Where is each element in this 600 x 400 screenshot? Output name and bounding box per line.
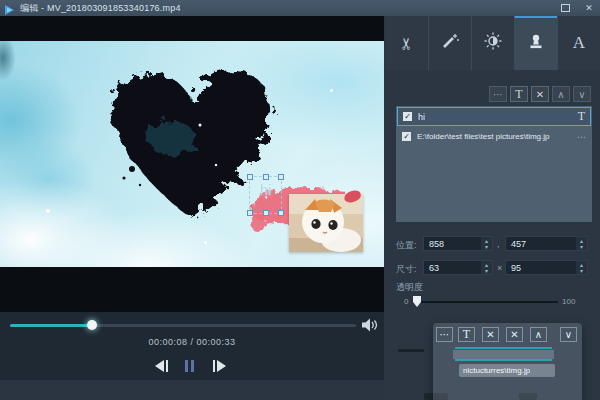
ghost-path-text: nictucturres\timg.jp [459, 366, 530, 375]
maximize-icon [561, 4, 570, 12]
delete-button[interactable]: ✕ [531, 86, 549, 102]
spinner-icon[interactable]: ▴▾ [576, 261, 587, 274]
time-display: 00:00:08 / 00:00:33 [0, 337, 384, 347]
app-window: 编辑 - MV_201803091853340176.mp4 ✕ [0, 0, 600, 400]
size-width-value[interactable]: 63 [424, 263, 481, 273]
volume-icon[interactable] [361, 318, 379, 336]
brightness-icon [483, 31, 503, 55]
ghost-highlight-line [455, 347, 552, 349]
app-logo-icon [4, 2, 16, 14]
position-separator: , [497, 239, 500, 249]
step-forward-icon [217, 360, 226, 372]
opacity-label: 透明度 [396, 281, 423, 294]
selection-handle[interactable] [278, 174, 284, 180]
divider-dash [398, 349, 424, 352]
maximize-button[interactable] [557, 2, 573, 14]
watermark-text[interactable]: hi [250, 181, 281, 198]
stamp-icon [526, 32, 546, 56]
move-up-button[interactable]: ∧ [552, 86, 570, 102]
prev-frame-button[interactable] [155, 360, 168, 372]
tab-trim[interactable]: ✂ [385, 16, 428, 70]
add-text-button[interactable]: T [510, 86, 528, 102]
layer-checkbox[interactable]: ✓ [402, 132, 411, 141]
opacity-slider-track[interactable] [415, 301, 558, 303]
ghost-text-button[interactable]: T [458, 327, 475, 342]
pause-icon [185, 360, 188, 372]
watermark-selection[interactable]: hi [249, 176, 282, 214]
layer-label: hi [418, 112, 425, 122]
pause-button[interactable] [185, 360, 194, 372]
selection-handle[interactable] [263, 174, 269, 180]
tab-watermark[interactable] [514, 16, 557, 70]
move-down-button[interactable]: ∨ [573, 86, 591, 102]
spinner-icon[interactable]: ▴▾ [481, 237, 492, 250]
ghost-delete-button[interactable]: ✕ [482, 327, 499, 342]
browse-icon[interactable]: ⋯ [577, 132, 586, 142]
spinner-icon[interactable]: ▴▾ [481, 261, 492, 274]
ghost-row [453, 350, 554, 359]
step-back-icon [155, 360, 164, 372]
ghost-path-field[interactable]: nictucturres\timg.jp [459, 364, 555, 377]
watercolor-blob [0, 41, 16, 81]
selection-handle[interactable] [278, 210, 284, 216]
layer-row-text[interactable]: ✓ hi T [397, 107, 591, 126]
progress-fill [10, 324, 92, 327]
tab-adjust[interactable] [471, 16, 514, 70]
layer-label: E:\folder\test files\test pictures\timg.… [417, 132, 550, 141]
watermark-layer-list: ✓ hi T ✓ E:\folder\test files\test pictu… [396, 106, 592, 222]
step-back-bar [166, 360, 168, 372]
position-y-value[interactable]: 457 [506, 239, 576, 249]
ghost-up-button[interactable]: ∧ [530, 327, 547, 342]
text-type-icon: T [578, 109, 585, 124]
titlebar[interactable]: 编辑 - MV_201803091853340176.mp4 ✕ [0, 0, 600, 16]
speckle [330, 89, 333, 92]
position-label: 位置: [396, 239, 417, 252]
speckle [46, 209, 50, 213]
tab-effects[interactable] [428, 16, 471, 70]
opacity-max: 100 [562, 297, 575, 306]
scissors-icon: ✂ [397, 36, 416, 49]
opacity-min: 0 [404, 297, 408, 306]
cat-image-overlay[interactable] [289, 194, 363, 252]
position-x-input[interactable]: 858 ▴▾ [423, 236, 493, 251]
selection-handle[interactable] [247, 174, 253, 180]
text-tool-icon: A [573, 33, 585, 53]
layer-row-image[interactable]: ✓ E:\folder\test files\test pictures\tim… [397, 128, 591, 145]
size-separator: × [497, 263, 502, 273]
tool-tabbar: ✂ [385, 16, 600, 70]
size-height-value[interactable]: 95 [506, 263, 576, 273]
size-width-input[interactable]: 63 ▴▾ [423, 260, 493, 275]
floating-ghost-panel: ⋯ T ✕ ✕ ∧ ∨ nictucturres\timg.jp [433, 323, 582, 400]
tab-text[interactable]: A [557, 16, 600, 70]
close-button[interactable]: ✕ [581, 2, 597, 14]
position-x-value[interactable]: 858 [424, 239, 481, 249]
size-label: 尺寸: [396, 263, 417, 276]
layer-checkbox[interactable]: ✓ [403, 112, 412, 121]
controls-footer [0, 380, 384, 400]
selection-handle[interactable] [263, 210, 269, 216]
progress-thumb[interactable] [87, 320, 97, 330]
size-height-input[interactable]: 95 ▴▾ [505, 260, 588, 275]
pause-icon [191, 360, 194, 372]
spinner-icon[interactable]: ▴▾ [576, 237, 587, 250]
more-button[interactable]: ⋯ [489, 86, 507, 102]
position-y-input[interactable]: 457 ▴▾ [505, 236, 588, 251]
watermark-toolbar: ⋯ T ✕ ∧ ∨ [489, 86, 591, 102]
step-forward-bar [213, 360, 215, 372]
next-frame-button[interactable] [213, 360, 226, 372]
ghost-highlight-line [455, 359, 552, 361]
ghost-down-button[interactable]: ∨ [560, 327, 577, 342]
selection-handle[interactable] [247, 210, 253, 216]
ghost-more-button[interactable]: ⋯ [436, 327, 453, 342]
magic-wand-icon [440, 31, 460, 55]
ghost-delete2-button[interactable]: ✕ [506, 327, 523, 342]
video-preview[interactable]: hi [0, 41, 384, 267]
window-title: 编辑 - MV_201803091853340176.mp4 [20, 2, 181, 15]
speckle [204, 241, 207, 244]
